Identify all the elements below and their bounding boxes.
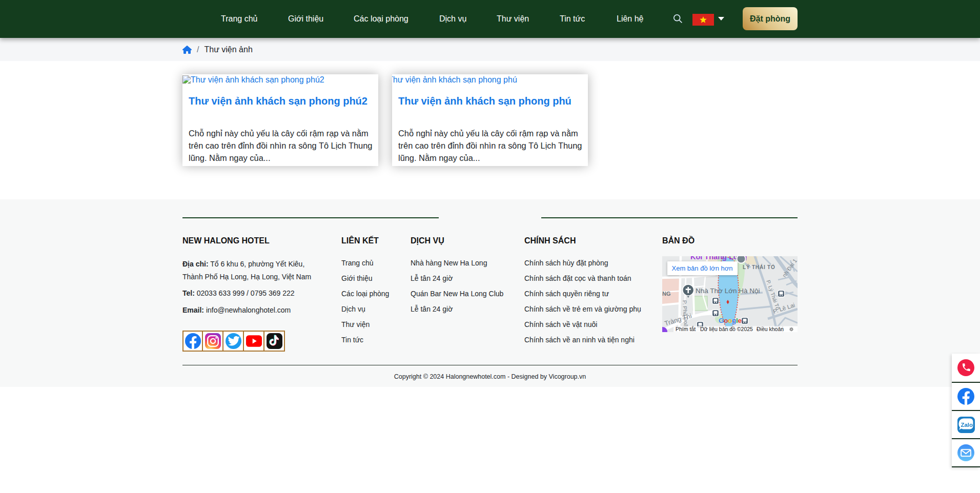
svg-text:Nhà Thờ Lớn Hà Nội: Nhà Thờ Lớn Hà Nội <box>696 287 760 295</box>
svg-text:NG: NG <box>662 291 671 297</box>
svg-text:Zalo: Zalo <box>961 421 973 427</box>
svg-text:Điều khoản: Điều khoản <box>757 326 784 332</box>
svg-text:Xem bản đồ lớn hơn: Xem bản đồ lớn hơn <box>672 264 733 272</box>
svg-text:Dữ liệu bản đồ ©2025: Dữ liệu bản đồ ©2025 <box>700 326 753 332</box>
svg-text:Google: Google <box>719 317 742 324</box>
svg-text:LÝ THÁI TỔ: LÝ THÁI TỔ <box>743 264 775 270</box>
svg-text:Phím tắt: Phím tắt <box>676 326 696 332</box>
